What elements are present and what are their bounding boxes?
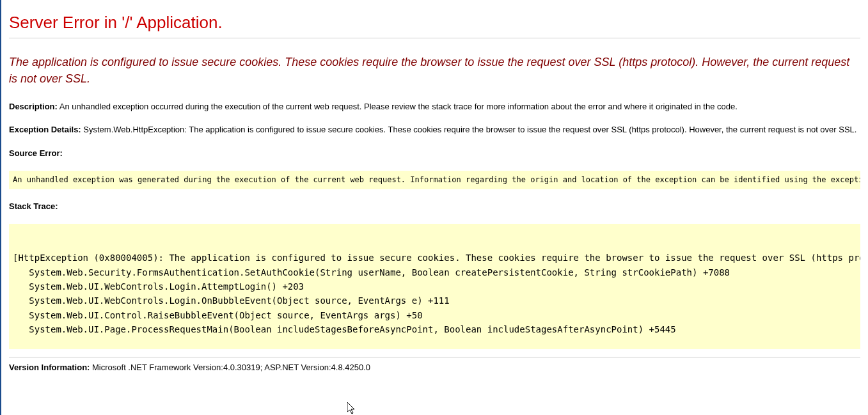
exception-details-label: Exception Details: [9, 125, 81, 134]
source-error-label-section: Source Error: [9, 148, 860, 159]
description-text: An unhandled exception occurred during t… [58, 102, 738, 111]
error-message: The application is configured to issue s… [9, 54, 860, 87]
exception-details-section: Exception Details: System.Web.HttpExcept… [9, 124, 860, 136]
stack-trace-box: [HttpException (0x80004005): The applica… [9, 224, 860, 350]
description-section: Description: An unhandled exception occu… [9, 101, 860, 113]
exception-details-text: System.Web.HttpException: The applicatio… [81, 125, 857, 134]
stack-trace-label: Stack Trace: [9, 201, 58, 211]
error-page: Server Error in '/' Application. The app… [1, 0, 868, 372]
cursor-icon [347, 402, 358, 415]
version-info: Version Information: Microsoft .NET Fram… [9, 363, 860, 372]
divider-bottom [9, 357, 860, 357]
version-text: Microsoft .NET Framework Version:4.0.303… [90, 363, 370, 372]
version-label: Version Information: [9, 363, 90, 372]
stack-trace-label-section: Stack Trace: [9, 201, 860, 212]
page-title: Server Error in '/' Application. [9, 6, 860, 33]
divider-top [9, 38, 860, 38]
source-error-label: Source Error: [9, 148, 63, 158]
source-error-box: An unhandled exception was generated dur… [9, 171, 860, 189]
description-label: Description: [9, 102, 58, 111]
